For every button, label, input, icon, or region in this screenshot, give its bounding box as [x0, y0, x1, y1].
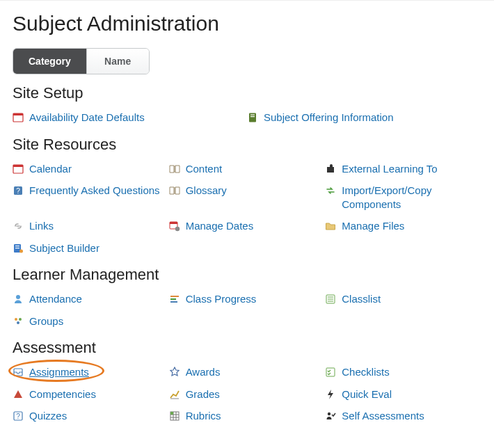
- link-label: Content: [186, 162, 223, 176]
- link-import-export[interactable]: Import/Export/Copy Components: [325, 179, 481, 215]
- link-label: Quick Eval: [342, 387, 392, 401]
- svg-point-27: [19, 318, 22, 321]
- svg-rect-31: [326, 368, 335, 376]
- assessment-grid: Assignments Awards Checklists Competenci…: [13, 361, 481, 427]
- chart-icon: [169, 389, 180, 400]
- calendar-gear-icon: [169, 221, 180, 232]
- svg-point-18: [16, 295, 20, 299]
- link-label: Competencies: [29, 387, 96, 401]
- svg-rect-41: [170, 412, 173, 415]
- svg-rect-15: [15, 246, 19, 246]
- calendar-icon: [13, 163, 24, 175]
- svg-rect-4: [250, 116, 255, 117]
- link-label: Manage Dates: [186, 219, 254, 233]
- link-availability-date-defaults[interactable]: Availability Date Defaults: [13, 106, 247, 129]
- puzzle-icon: [325, 163, 336, 175]
- svg-rect-16: [15, 248, 19, 248]
- svg-point-28: [17, 321, 19, 324]
- svg-rect-21: [170, 301, 177, 303]
- link-label: Subject Offering Information: [264, 111, 394, 125]
- link-label: External Learning To: [342, 162, 437, 176]
- lightning-icon: [325, 389, 336, 400]
- link-label: Assignments: [29, 365, 89, 379]
- svg-rect-1: [13, 113, 23, 115]
- link-faq[interactable]: ? Frequently Asked Questions: [13, 179, 169, 215]
- calendar-icon: [13, 112, 24, 123]
- link-label: Classlist: [342, 292, 381, 306]
- self-icon: [325, 410, 336, 422]
- folder-icon: [325, 221, 336, 232]
- link-label: Rubrics: [186, 409, 221, 423]
- link-label: Attendance: [29, 292, 82, 306]
- link-icon: [13, 221, 24, 232]
- info-icon: [247, 112, 258, 123]
- link-label: Links: [29, 219, 54, 233]
- svg-marker-33: [328, 390, 333, 399]
- svg-marker-32: [14, 390, 22, 398]
- site-setup-grid: Availability Date Defaults Subject Offer…: [13, 106, 481, 129]
- link-label: Availability Date Defaults: [29, 111, 145, 125]
- person-icon: [13, 294, 24, 305]
- svg-point-26: [15, 318, 17, 321]
- transfer-icon: [325, 185, 336, 196]
- link-label: Quizzes: [29, 409, 67, 423]
- link-class-progress[interactable]: Class Progress: [169, 288, 326, 310]
- link-rubrics[interactable]: Rubrics: [169, 405, 326, 427]
- svg-rect-19: [170, 296, 179, 297]
- link-label: Checklists: [342, 365, 389, 379]
- link-links[interactable]: Links: [13, 215, 169, 237]
- link-subject-builder[interactable]: Subject Builder: [13, 237, 169, 259]
- link-checklists[interactable]: Checklists: [325, 361, 481, 383]
- view-tab-bar: Category Name: [13, 48, 150, 74]
- link-external-learning-tools[interactable]: External Learning To: [325, 158, 481, 180]
- checklist-icon: [325, 367, 336, 378]
- link-label: Calendar: [29, 162, 72, 176]
- link-calendar[interactable]: Calendar: [13, 158, 169, 180]
- link-groups[interactable]: Groups: [13, 310, 169, 333]
- svg-point-42: [328, 413, 330, 415]
- link-glossary[interactable]: Glossary: [169, 179, 326, 215]
- link-competencies[interactable]: Competencies: [13, 383, 169, 406]
- svg-rect-6: [13, 165, 23, 167]
- link-label: Import/Export/Copy Components: [342, 184, 477, 211]
- tab-category[interactable]: Category: [13, 49, 86, 74]
- link-manage-dates[interactable]: Manage Dates: [169, 215, 326, 237]
- page-title: Subject Administration: [13, 12, 481, 35]
- link-awards[interactable]: Awards: [169, 361, 326, 383]
- link-content[interactable]: Content: [169, 158, 326, 180]
- site-resources-grid: Calendar Content External Learning To ? …: [13, 158, 481, 259]
- rubric-icon: [169, 410, 180, 422]
- link-label: Class Progress: [186, 292, 257, 306]
- link-grades[interactable]: Grades: [169, 383, 326, 406]
- svg-text:?: ?: [16, 413, 20, 420]
- section-heading-learner-management: Learner Management: [13, 266, 481, 284]
- bars-icon: [169, 294, 180, 305]
- link-label: Groups: [29, 314, 63, 328]
- svg-marker-30: [170, 367, 179, 376]
- groups-icon: [13, 316, 24, 327]
- link-manage-files[interactable]: Manage Files: [325, 215, 481, 237]
- link-label: Frequently Asked Questions: [29, 184, 160, 198]
- link-classlist[interactable]: Classlist: [325, 288, 481, 310]
- list-icon: [325, 294, 336, 305]
- link-assignments[interactable]: Assignments: [13, 361, 169, 383]
- link-label: Grades: [186, 387, 220, 401]
- link-attendance[interactable]: Attendance: [13, 288, 169, 310]
- section-heading-site-setup: Site Setup: [13, 84, 481, 102]
- svg-point-17: [19, 249, 23, 253]
- link-self-assessments[interactable]: Self Assessments: [325, 405, 481, 427]
- faq-icon: ?: [13, 185, 24, 196]
- svg-rect-3: [250, 115, 255, 115]
- learner-management-grid: Attendance Class Progress Classlist Grou…: [13, 288, 481, 332]
- tab-name[interactable]: Name: [86, 49, 149, 74]
- link-label: Self Assessments: [342, 409, 424, 423]
- link-quick-eval[interactable]: Quick Eval: [325, 383, 481, 406]
- question-icon: ?: [13, 410, 24, 422]
- svg-rect-2: [249, 113, 256, 122]
- link-subject-offering-information[interactable]: Subject Offering Information: [247, 106, 481, 129]
- book-icon: [169, 185, 180, 196]
- section-heading-site-resources: Site Resources: [13, 136, 481, 154]
- link-quizzes[interactable]: ? Quizzes: [13, 405, 169, 427]
- section-heading-assessment: Assessment: [13, 339, 481, 357]
- link-label: Awards: [186, 365, 221, 379]
